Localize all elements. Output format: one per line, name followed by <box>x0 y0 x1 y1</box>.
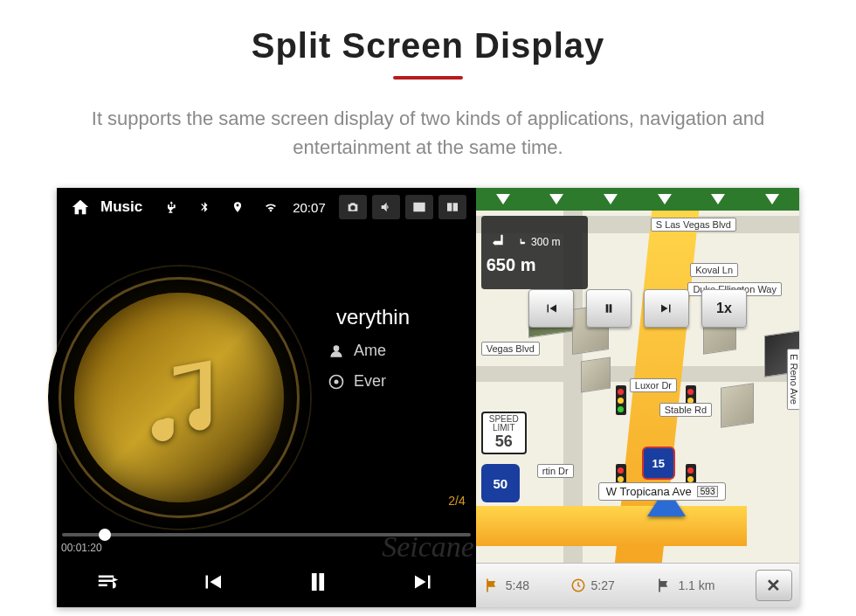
screenshot-icon[interactable] <box>339 195 367 219</box>
playlist-icon[interactable] <box>95 569 121 599</box>
lane-arrow-icon <box>604 194 618 204</box>
clock-icon <box>570 578 586 593</box>
track-title: verythin <box>336 305 410 329</box>
volume-icon[interactable] <box>372 195 400 219</box>
navigation-pane: S Las Vegas Blvd Koval Ln Duke Ellington… <box>476 188 799 607</box>
svg-point-1 <box>335 379 339 384</box>
music-note-icon <box>144 354 214 441</box>
location-icon <box>226 196 249 218</box>
traffic-light-icon <box>616 385 626 415</box>
title-underline <box>393 76 463 80</box>
app-title: Music <box>100 198 142 216</box>
album-icon <box>328 373 345 391</box>
close-nav-button[interactable]: ✕ <box>756 570 792 601</box>
lane-arrow-icon <box>549 194 563 204</box>
time-remaining[interactable]: 5:27 <box>570 578 615 593</box>
speed-limit-sign: SPEED LIMIT 56 <box>481 412 527 454</box>
player-controls <box>57 560 476 607</box>
lane-arrow-icon <box>765 194 779 204</box>
home-icon[interactable] <box>69 196 92 218</box>
street-label: Koval Ln <box>690 263 738 277</box>
bluetooth-icon <box>193 196 216 218</box>
split-screen-device: Music 20:07 <box>57 188 799 607</box>
interstate-shield: 15 <box>642 446 675 480</box>
usb-icon[interactable] <box>160 196 183 218</box>
page-subtitle: It supports the same screen display of t… <box>35 104 821 162</box>
album-art <box>48 266 310 529</box>
distance-remaining[interactable]: 1.1 km <box>655 577 714 594</box>
track-counter: 2/4 <box>448 494 465 508</box>
eta-display[interactable]: 5:48 <box>483 577 529 594</box>
checkered-flag-icon <box>655 577 673 594</box>
lane-arrow-icon <box>658 194 672 204</box>
pause-icon[interactable] <box>303 567 333 600</box>
lane-arrow-icon <box>496 194 510 204</box>
current-road-label: W Tropicana Ave 593 <box>598 482 727 501</box>
turn-instruction: 300 m 650 m <box>481 216 588 289</box>
street-label: Luxor Dr <box>630 378 677 392</box>
sim-speed-button[interactable]: 1x <box>701 289 747 328</box>
street-label: E Reno Ave <box>787 349 799 410</box>
close-window-icon[interactable] <box>405 195 433 219</box>
sim-pause-icon[interactable] <box>586 289 632 328</box>
progress-knob[interactable] <box>99 529 111 541</box>
status-bar: Music 20:07 <box>57 188 476 226</box>
street-label: Stable Rd <box>659 403 712 417</box>
track-artist: Ame <box>354 342 386 360</box>
prev-track-icon[interactable] <box>199 569 225 599</box>
time-elapsed: 00:01:20 <box>61 542 102 554</box>
nav-bottom-bar: 5:48 5:27 1.1 km ✕ <box>476 563 799 607</box>
split-screen-icon[interactable] <box>438 195 466 219</box>
music-pane: Music 20:07 <box>57 188 476 607</box>
wifi-icon <box>259 196 282 218</box>
status-clock: 20:07 <box>293 200 326 215</box>
street-label: S Las Vegas Blvd <box>651 218 736 232</box>
next-track-icon[interactable] <box>411 569 437 599</box>
track-album: Ever <box>354 372 386 391</box>
track-info: verythin Ame Ever <box>328 293 467 403</box>
route-shield: 50 <box>481 464 520 502</box>
map-lane-guidance <box>476 188 799 211</box>
lane-arrow-icon <box>711 194 725 204</box>
sim-controls: 1x <box>528 289 747 328</box>
progress-bar[interactable] <box>62 533 471 536</box>
artist-icon <box>328 343 345 360</box>
page-title: Split Screen Display <box>0 26 856 66</box>
street-label: rtin Dr <box>537 464 574 478</box>
sim-prev-icon[interactable] <box>528 289 574 328</box>
turn-right-small-icon <box>516 237 528 249</box>
street-label: Vegas Blvd <box>481 342 540 356</box>
flag-icon <box>483 577 500 594</box>
turn-left-icon <box>487 231 511 255</box>
sim-next-icon[interactable] <box>644 289 689 328</box>
